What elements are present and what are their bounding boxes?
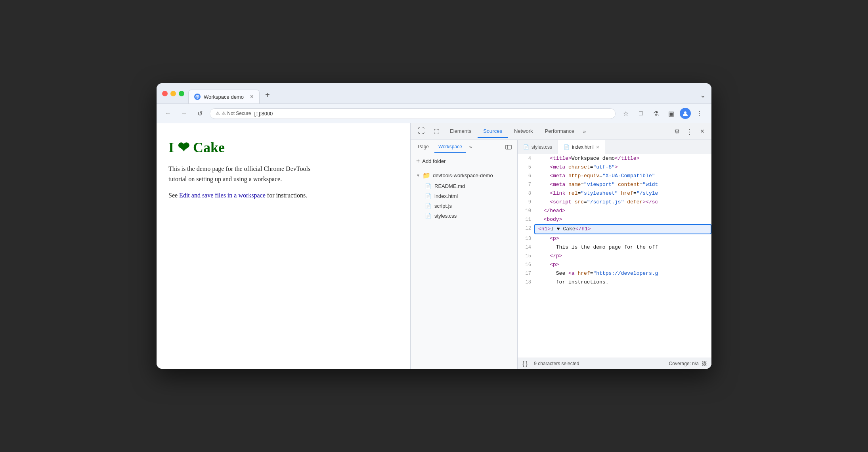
ft-more-tabs[interactable]: » [468, 142, 474, 151]
code-line-4: 4 <title>Workspace demo</title> [518, 154, 711, 163]
devtools-tab-network[interactable]: Network [509, 125, 539, 138]
sidebar-button[interactable]: ▣ [665, 107, 677, 120]
add-folder-plus: + [416, 157, 420, 165]
file-icon-styles: 📄 [425, 213, 431, 219]
address-bar[interactable]: ⚠ ⚠ Not Secure [::]:8000 [210, 108, 616, 119]
new-tab-button[interactable]: + [260, 87, 275, 103]
file-icon-readme: 📄 [425, 183, 431, 189]
folder-chevron [416, 173, 420, 178]
folder-name: devtools-workspace-demo [433, 172, 493, 178]
devtools-settings-button[interactable]: ⚙ [671, 126, 683, 138]
ce-tab-styles[interactable]: 📄 styles.css [518, 140, 558, 154]
code-line-10: 10 </head> [518, 207, 711, 215]
ft-tab-workspace[interactable]: Workspace [434, 142, 466, 153]
reload-button[interactable]: ↺ [194, 107, 206, 119]
avatar-button[interactable] [680, 108, 691, 119]
tab-menu-button[interactable]: ⌄ [700, 91, 706, 103]
line-content-10: </head> [534, 207, 711, 215]
devtools-tab-sources[interactable]: Sources [478, 125, 508, 138]
page-para-1: This is the demo page for the official C… [168, 164, 327, 184]
line-num-8: 8 [518, 189, 534, 198]
bookmark-button[interactable]: ☆ [619, 107, 632, 120]
title-bar: Workspace demo × + ⌄ [157, 83, 711, 104]
active-tab[interactable]: Workspace demo × [188, 90, 260, 103]
line-num-14: 14 [518, 243, 534, 252]
curly-braces-button[interactable]: { } [522, 360, 528, 367]
code-line-12: 12 <h1>I ♥ Cake</h1> [518, 224, 711, 234]
devtools-close-button[interactable]: × [696, 126, 708, 138]
devtools-panel: ⛶ ⬚ Elements Sources Network Performance… [410, 123, 711, 369]
line-num-15: 15 [518, 252, 534, 260]
devtools-inspect-btn[interactable]: ⛶ [414, 125, 429, 138]
code-line-17: 17 See <a href="https://developers.g [518, 269, 711, 278]
coverage-status: Coverage: n/a [669, 361, 699, 366]
file-icon-script: 📄 [425, 203, 431, 209]
tab-title: Workspace demo [204, 94, 244, 100]
back-button[interactable]: ← [162, 107, 174, 119]
nav-bar: ← → ↺ ⚠ ⚠ Not Secure [::]:8000 ☆ □ ⚗ ▣ ⋮ [157, 104, 711, 123]
file-tree: Page Workspace » + Add folder [411, 140, 518, 369]
minimize-traffic-light[interactable] [170, 91, 176, 96]
ce-tab-index[interactable]: 📄 index.html × [558, 140, 605, 154]
devtools-tab-performance[interactable]: Performance [539, 125, 580, 138]
sources-panel: Page Workspace » + Add folder [411, 140, 711, 369]
url-display: [::]:8000 [254, 111, 610, 117]
devtools-more-button[interactable]: ⋮ [684, 126, 696, 138]
ft-sidebar-toggle[interactable] [503, 142, 514, 153]
tab-close-button[interactable]: × [250, 93, 254, 100]
browser-window: Workspace demo × + ⌄ ← → ↺ ⚠ ⚠ Not Secur… [157, 83, 711, 369]
line-content-4: <title>Workspace demo</title> [534, 154, 711, 163]
file-name-readme: README.md [434, 183, 465, 189]
devtools-topbar: ⛶ ⬚ Elements Sources Network Performance… [411, 123, 711, 140]
security-indicator: ⚠ ⚠ Not Secure [216, 111, 251, 116]
devtools-device-btn[interactable]: ⬚ [430, 126, 444, 137]
extensions-button[interactable]: □ [635, 107, 647, 120]
add-folder-label: Add folder [422, 158, 445, 164]
ce-tab-close-button[interactable]: × [596, 144, 599, 150]
line-content-18: for instructions. [534, 278, 711, 287]
file-icon-index: 📄 [425, 193, 431, 199]
line-content-6: <meta http-equiv="X-UA-Compatible" [534, 172, 711, 180]
close-traffic-light[interactable] [162, 91, 168, 96]
lab-button[interactable]: ⚗ [650, 107, 662, 120]
file-item-readme[interactable]: 📄 README.md [411, 181, 517, 191]
main-content: I ❤ Cake This is the demo page for the o… [157, 123, 711, 369]
selected-chars-status: 9 characters selected [534, 361, 579, 366]
devtools-tab-elements[interactable]: Elements [444, 125, 477, 138]
code-line-9: 9 <script src="/script.js" defer></sc [518, 198, 711, 207]
svg-rect-4 [506, 145, 511, 149]
page-heading: I ❤ Cake [168, 139, 398, 156]
ce-tab-styles-icon: 📄 [523, 144, 529, 150]
workspace-link[interactable]: Edit and save files in a workspace [179, 192, 266, 199]
traffic-lights [162, 91, 184, 100]
file-name-styles: styles.css [434, 213, 457, 219]
forward-button[interactable]: → [178, 107, 190, 119]
heading-text: I ❤ Cake [168, 140, 225, 155]
file-item-styles[interactable]: 📄 styles.css [411, 211, 517, 221]
maximize-traffic-light[interactable] [179, 91, 184, 96]
line-num-4: 4 [518, 154, 534, 163]
file-item-script[interactable]: 📄 script.js [411, 201, 517, 211]
add-folder-button[interactable]: + Add folder [411, 154, 517, 168]
para2-prefix: See [168, 192, 179, 199]
code-line-15: 15 </p> [518, 252, 711, 260]
line-content-8: <link rel="stylesheet" href="/style [534, 189, 711, 198]
ce-tab-styles-label: styles.css [532, 144, 552, 150]
line-num-13: 13 [518, 234, 534, 243]
page-para-2: See Edit and save files in a workspace f… [168, 190, 327, 201]
devtools-more-tabs[interactable]: » [581, 127, 588, 136]
code-line-11: 11 <body> [518, 215, 711, 224]
line-num-11: 11 [518, 215, 534, 224]
code-line-14: 14 This is the demo page for the off [518, 243, 711, 252]
line-content-15: </p> [534, 252, 711, 260]
chrome-menu-button[interactable]: ⋮ [693, 107, 706, 120]
code-line-7: 7 <meta name="viewport" content="widt [518, 180, 711, 189]
ft-tab-page[interactable]: Page [414, 142, 433, 153]
screenshot-button[interactable]: 🖼 [702, 361, 707, 366]
line-content-17: See <a href="https://developers.g [534, 269, 711, 278]
code-editor-tabs: 📄 styles.css 📄 index.html × [518, 140, 711, 154]
file-item-index[interactable]: 📄 index.html [411, 191, 517, 201]
folder-item[interactable]: 📁 devtools-workspace-demo [411, 170, 517, 181]
line-content-7: <meta name="viewport" content="widt [534, 180, 711, 189]
line-num-5: 5 [518, 163, 534, 172]
